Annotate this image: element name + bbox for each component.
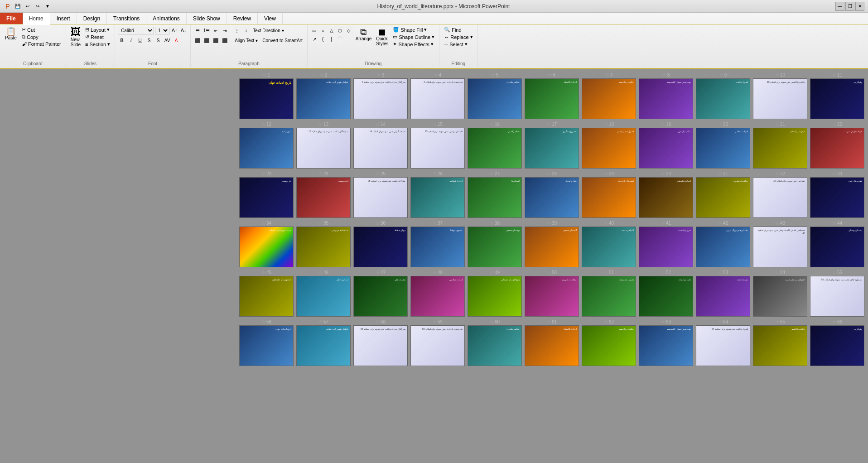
slide-thumb[interactable]: تاریخ ادبیات جهان bbox=[239, 325, 294, 366]
slide-thumb[interactable]: ادبیات کلاسیک bbox=[525, 325, 579, 366]
tab-home[interactable]: Home bbox=[23, 13, 50, 25]
reset-btn[interactable]: ↺ Reset bbox=[83, 34, 112, 40]
slide-thumb[interactable]: نقد ادبی متن نمونه برای اسلاید 32 bbox=[753, 177, 807, 218]
slide-thumb[interactable]: نامه‌نویسی bbox=[296, 177, 351, 218]
slide-thumb[interactable]: هزار و یک شب bbox=[639, 227, 693, 267]
tab-slideshow[interactable]: Slide Show bbox=[187, 13, 227, 24]
slide-thumb[interactable]: ادبیات تطبیقی bbox=[639, 177, 693, 218]
slide-thumb[interactable]: مثنوی مولانا bbox=[410, 227, 465, 267]
slide-thumb[interactable]: شعر جاهلی bbox=[353, 276, 408, 317]
char-spacing-btn[interactable]: AV bbox=[163, 36, 171, 44]
align-text-btn[interactable]: Align Text▾ bbox=[233, 38, 260, 43]
arrange-btn[interactable]: ⧉ Arrange bbox=[354, 26, 374, 42]
slide-thumb[interactable]: نثر نویسی bbox=[239, 177, 294, 218]
tab-review[interactable]: Review bbox=[227, 13, 258, 24]
slide-thumb[interactable]: مکتب پارناس bbox=[639, 128, 693, 169]
slide-thumb[interactable]: طبیعت‌گرایی متن نمونه برای اسلاید 14 bbox=[353, 128, 408, 169]
justify-btn[interactable]: ⬛ bbox=[221, 36, 229, 44]
slide-thumb[interactable]: شاهنامه فردوسی bbox=[296, 227, 351, 267]
select-btn[interactable]: ⊹ Select▾ bbox=[442, 41, 474, 48]
shape3-btn[interactable]: △ bbox=[328, 26, 336, 34]
shape-effects-btn[interactable]: ✦ Shape Effects▾ bbox=[391, 41, 436, 48]
slide-thumb[interactable]: فنه نویسان طنطاوی bbox=[239, 276, 294, 317]
slide-thumb[interactable]: عوامل ظهور ادبی مکتب bbox=[296, 325, 351, 366]
slide-thumb[interactable]: شاخه‌های ادبیات متن نمونه برای اسلاید 4 bbox=[410, 78, 465, 119]
slide-thumb[interactable]: ادبیات شفاهی bbox=[410, 177, 465, 218]
slide-thumb[interactable]: ادبیات اسلامی bbox=[410, 276, 465, 317]
decrease-font-btn[interactable]: A↓ bbox=[179, 26, 188, 34]
slide-thumb[interactable]: تاریخ ادبیات جهان bbox=[239, 78, 294, 119]
slide-thumb[interactable]: مکتب رمانتیسم bbox=[582, 325, 636, 366]
copy-btn[interactable]: ⧉ Copy bbox=[20, 34, 63, 40]
increase-indent-btn[interactable]: ⇥ bbox=[221, 26, 229, 34]
tab-design[interactable]: Design bbox=[77, 13, 107, 24]
slide-thumb[interactable]: عناصر داستان bbox=[468, 325, 522, 366]
slide-thumb[interactable]: دیوان حافظ bbox=[353, 227, 408, 267]
col-btn[interactable]: ⋮ bbox=[233, 26, 241, 34]
save-quick-btn[interactable]: 💾 bbox=[14, 2, 22, 10]
align-left-btn[interactable]: ⬛ bbox=[193, 36, 202, 44]
underline-btn[interactable]: U bbox=[136, 36, 144, 44]
slide-thumb[interactable]: دستاورد های شعر متن نمونه برای اسلاید 55 bbox=[810, 276, 864, 317]
quick-styles-btn[interactable]: ◼ QuickStyles bbox=[374, 26, 390, 47]
strikethrough-btn[interactable]: S bbox=[145, 36, 153, 44]
slide-thumb[interactable]: شاخه‌های ادبیات متن نمونه برای اسلاید 59 bbox=[410, 325, 465, 366]
shape7-btn[interactable]: { bbox=[319, 35, 327, 43]
slide-thumb[interactable]: نمایندگان مکتب متن نمونه برای اسلاید 13 bbox=[296, 128, 351, 169]
section-btn[interactable]: ≡ Section▾ bbox=[83, 41, 112, 48]
text-direction-btn[interactable]: Text Direction▾ bbox=[251, 28, 286, 34]
italic-btn[interactable]: I bbox=[127, 36, 135, 44]
shape8-btn[interactable]: } bbox=[328, 35, 336, 43]
slides-panel[interactable]: ☆11واقع‌گرایی☆10مکتب رئالیسم متن نمونه ب… bbox=[0, 69, 868, 463]
convert-smartart-btn[interactable]: Convert to SmartArt bbox=[260, 38, 304, 43]
slide-thumb[interactable]: بوستان سعدی bbox=[468, 227, 522, 267]
slide-thumb[interactable]: مکتب رئالیسم bbox=[753, 325, 807, 366]
slide-thumb[interactable]: اصول سمبولیسم bbox=[582, 128, 636, 169]
slide-thumb[interactable]: مقالات علمی متن نمونه برای اسلاید 25 bbox=[353, 177, 408, 218]
slide-thumb[interactable]: شعر صدر اسلام bbox=[753, 128, 807, 169]
slide-thumb[interactable]: متل و تمثیل bbox=[525, 177, 579, 218]
shape4-btn[interactable]: ⬠ bbox=[336, 26, 344, 34]
layout-btn[interactable]: ⊟ Layout▾ bbox=[83, 26, 112, 33]
slide-thumb[interactable]: مسئله تجدد bbox=[696, 276, 750, 317]
shape2-btn[interactable]: ○ bbox=[319, 26, 327, 34]
slide-thumb[interactable]: افسانه‌ها bbox=[468, 177, 522, 218]
tab-transitions[interactable]: Transitions bbox=[107, 13, 146, 24]
slide-thumb[interactable]: اصول مکتب متن نمونه برای اسلاید 64 bbox=[696, 325, 750, 366]
bold-btn[interactable]: B bbox=[118, 36, 126, 44]
slide-thumb[interactable]: مهندسین اصول کلاسیسم bbox=[639, 325, 693, 366]
slide-thumb[interactable]: مکتب رئالیسم متن نمونه برای اسلاید 10 bbox=[753, 78, 807, 119]
tab-file[interactable]: File bbox=[0, 13, 23, 24]
slide-thumb[interactable]: عناصر اصلی bbox=[468, 128, 522, 169]
decrease-indent-btn[interactable]: ⇤ bbox=[212, 26, 220, 34]
slide-thumb[interactable]: داستان نویسی متن نمونه برای اسلاید 15 bbox=[410, 128, 465, 169]
slide-thumb[interactable]: تحبیب محبوطه bbox=[582, 276, 636, 317]
redo-quick-btn[interactable]: ↪ bbox=[34, 2, 42, 10]
bullets-btn[interactable]: ☰ bbox=[193, 26, 202, 34]
slide-thumb[interactable]: عناصر داستان bbox=[468, 78, 522, 119]
linespace-btn[interactable]: ↕ bbox=[242, 26, 250, 34]
align-center-btn[interactable]: ⬛ bbox=[203, 36, 211, 44]
slide-thumb[interactable]: سر آغاز ادبیات مکتب متن نمونه برای اسلای… bbox=[353, 78, 408, 119]
slide-thumb[interactable]: واقع‌گرایی bbox=[810, 78, 864, 119]
shape5-btn[interactable]: ◇ bbox=[345, 26, 353, 34]
shape6-btn[interactable]: ↗ bbox=[310, 35, 318, 43]
format-painter-btn[interactable]: 🖌 Format Painter bbox=[20, 41, 63, 47]
shadow-btn[interactable]: S bbox=[154, 36, 162, 44]
slide-thumb[interactable]: عصر روشنگری bbox=[525, 128, 579, 169]
slide-thumb[interactable]: ادبیات معاصر bbox=[696, 128, 750, 169]
slide-thumb[interactable]: مقامات حریری bbox=[525, 276, 579, 317]
slide-thumb[interactable]: کلیله و دمنه bbox=[582, 227, 636, 267]
slide-thumb[interactable]: اعتراض در شعر عرب bbox=[753, 276, 807, 317]
font-family-select[interactable]: Calibri bbox=[118, 27, 154, 34]
numbering-btn[interactable]: 1☰ bbox=[203, 26, 211, 34]
cut-btn[interactable]: ✂ Cut bbox=[20, 26, 63, 33]
slide-thumb[interactable]: داستان کوتاه bbox=[639, 276, 693, 317]
slide-thumb[interactable]: واقع‌گرایی bbox=[810, 325, 864, 366]
slide-thumb[interactable]: سر آغاز ادبیات مکتب متن نمونه برای اسلای… bbox=[353, 325, 408, 366]
undo-quick-btn[interactable]: ↩ bbox=[24, 2, 32, 10]
slide-thumb[interactable]: اصول مکتب bbox=[696, 78, 750, 119]
paste-btn[interactable]: 📋 Paste bbox=[3, 26, 19, 41]
shape-fill-btn[interactable]: 🪣 Shape Fill▾ bbox=[391, 26, 436, 33]
slide-thumb[interactable]: مکتب رمانتیسم bbox=[582, 78, 636, 119]
